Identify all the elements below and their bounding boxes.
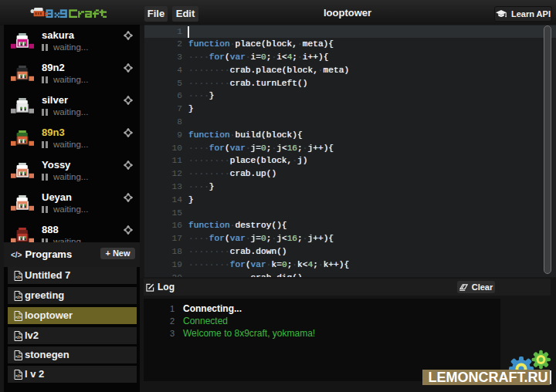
svg-text:</>: </> [15,275,22,279]
svg-text:</>: </> [15,335,22,340]
svg-text:</>: </> [15,295,22,299]
svg-text:</>: </> [15,373,22,378]
svg-text:</>: </> [15,354,22,359]
svg-text:</>: </> [15,315,22,319]
